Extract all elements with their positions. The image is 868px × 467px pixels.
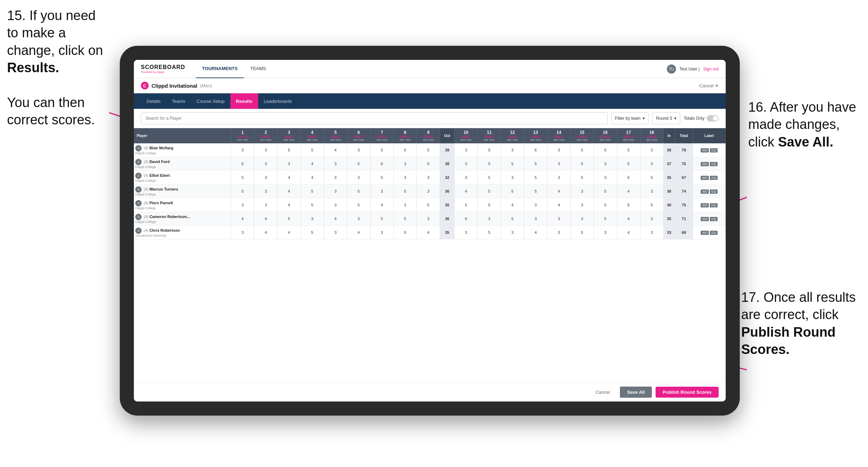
score-hole-6[interactable]: 5	[347, 198, 370, 212]
score-hole-3[interactable]: 4	[277, 185, 300, 198]
score-hole-8[interactable]: 3	[393, 157, 417, 171]
score-hole-6[interactable]: 3	[347, 171, 370, 185]
score-hole-3[interactable]: 5	[277, 143, 300, 157]
score-hole-5[interactable]: 3	[324, 226, 347, 239]
score-hole-3[interactable]: 3	[277, 157, 300, 171]
score-hole-9[interactable]: 3	[417, 212, 440, 226]
score-hole-10[interactable]: 4	[454, 185, 478, 198]
dq-button[interactable]: DQ	[710, 203, 718, 207]
score-hole-7[interactable]: 5	[370, 171, 393, 185]
tab-teams[interactable]: Teams	[166, 93, 191, 109]
score-hole-18[interactable]: 3	[640, 226, 663, 239]
score-hole-4[interactable]: 5	[300, 143, 324, 157]
score-hole-10[interactable]: 6	[454, 212, 478, 226]
wd-button[interactable]: WD	[701, 189, 709, 194]
tab-course-setup[interactable]: Course Setup	[191, 93, 230, 109]
score-hole-5[interactable]: 4	[324, 212, 347, 226]
score-hole-17[interactable]: 5	[617, 143, 640, 157]
score-hole-11[interactable]: 5	[478, 185, 501, 198]
round-dropdown[interactable]: Round 3 ▾	[652, 112, 680, 124]
score-hole-8[interactable]: 6	[393, 143, 417, 157]
score-hole-5[interactable]: 3	[324, 171, 347, 185]
score-hole-14[interactable]: 4	[547, 185, 571, 198]
score-hole-9[interactable]: 3	[417, 171, 440, 185]
wd-button[interactable]: WD	[701, 148, 709, 152]
score-hole-15[interactable]: 5	[570, 143, 594, 157]
score-hole-14[interactable]: 3	[547, 226, 571, 239]
score-hole-17[interactable]: 4	[617, 212, 640, 226]
score-hole-11[interactable]: 3	[478, 212, 501, 226]
score-hole-6[interactable]: 3	[347, 143, 370, 157]
score-hole-17[interactable]: 4	[617, 226, 640, 239]
score-hole-13[interactable]: 5	[524, 171, 547, 185]
score-hole-8[interactable]: 5	[393, 212, 417, 226]
score-hole-1[interactable]: 6	[231, 157, 254, 171]
score-hole-12[interactable]: 5	[501, 185, 524, 198]
score-hole-11[interactable]: 5	[478, 198, 501, 212]
score-hole-4[interactable]: 3	[300, 212, 324, 226]
wd-button[interactable]: WD	[701, 203, 709, 207]
score-hole-1[interactable]: 3	[231, 198, 254, 212]
wd-button[interactable]: WD	[701, 231, 709, 235]
score-hole-15[interactable]: 3	[570, 185, 594, 198]
score-hole-12[interactable]: 3	[501, 143, 524, 157]
score-hole-11[interactable]: 5	[478, 143, 501, 157]
score-hole-2[interactable]: 4	[254, 226, 278, 239]
score-hole-15[interactable]: 3	[570, 212, 594, 226]
score-hole-15[interactable]: 5	[570, 171, 594, 185]
score-hole-4[interactable]: 5	[300, 226, 324, 239]
score-hole-12[interactable]: 4	[501, 198, 524, 212]
toggle-switch[interactable]	[707, 115, 719, 122]
score-hole-1[interactable]: 3	[231, 143, 254, 157]
score-hole-3[interactable]: 5	[277, 212, 300, 226]
score-hole-9[interactable]: 5	[417, 198, 440, 212]
score-hole-1[interactable]: 4	[231, 212, 254, 226]
score-hole-16[interactable]: 5	[594, 212, 617, 226]
score-hole-14[interactable]: 3	[547, 157, 571, 171]
score-hole-10[interactable]: 5	[454, 198, 478, 212]
score-hole-8[interactable]: 3	[393, 198, 417, 212]
score-hole-13[interactable]: 3	[524, 198, 547, 212]
score-hole-7[interactable]: 5	[370, 212, 393, 226]
nav-teams[interactable]: TEAMS	[244, 60, 272, 78]
score-hole-8[interactable]: 5	[393, 185, 417, 198]
score-hole-18[interactable]: 3	[640, 157, 663, 171]
score-hole-9[interactable]: 5	[417, 143, 440, 157]
score-hole-14[interactable]: 3	[547, 171, 571, 185]
save-all-button[interactable]: Save All	[620, 386, 652, 398]
dq-button[interactable]: DQ	[710, 231, 718, 235]
score-hole-10[interactable]: 3	[454, 171, 478, 185]
score-hole-6[interactable]: 4	[347, 226, 370, 239]
score-hole-7[interactable]: 4	[370, 198, 393, 212]
score-hole-14[interactable]: 3	[547, 143, 571, 157]
score-hole-13[interactable]: 3	[524, 212, 547, 226]
score-hole-1[interactable]: 5	[231, 185, 254, 198]
score-hole-4[interactable]: 5	[300, 185, 324, 198]
score-hole-6[interactable]: 5	[347, 157, 370, 171]
score-hole-4[interactable]: 4	[300, 157, 324, 171]
dq-button[interactable]: DQ	[710, 148, 718, 152]
score-hole-8[interactable]: 5	[393, 226, 417, 239]
wd-button[interactable]: WD	[701, 176, 709, 180]
score-hole-14[interactable]: 3	[547, 212, 571, 226]
tab-details[interactable]: Details	[141, 93, 166, 109]
publish-round-scores-button[interactable]: Publish Round Scores	[656, 387, 719, 398]
score-hole-18[interactable]: 5	[640, 198, 663, 212]
score-hole-10[interactable]: 3	[454, 157, 478, 171]
score-hole-11[interactable]: 5	[478, 171, 501, 185]
score-hole-7[interactable]: 5	[370, 143, 393, 157]
cancel-x-button[interactable]: Cancel ✕	[699, 83, 719, 88]
score-hole-13[interactable]: 6	[524, 143, 547, 157]
score-hole-3[interactable]: 4	[277, 226, 300, 239]
score-hole-16[interactable]: 3	[594, 226, 617, 239]
score-hole-2[interactable]: 3	[254, 171, 278, 185]
wd-button[interactable]: WD	[701, 162, 709, 166]
score-hole-5[interactable]: 3	[324, 185, 347, 198]
score-hole-14[interactable]: 4	[547, 198, 571, 212]
score-hole-15[interactable]: 3	[570, 198, 594, 212]
score-hole-12[interactable]: 5	[501, 157, 524, 171]
score-hole-9[interactable]: 5	[417, 157, 440, 171]
tab-leaderboards[interactable]: Leaderboards	[258, 93, 298, 109]
score-hole-3[interactable]: 4	[277, 198, 300, 212]
score-hole-13[interactable]: 5	[524, 157, 547, 171]
